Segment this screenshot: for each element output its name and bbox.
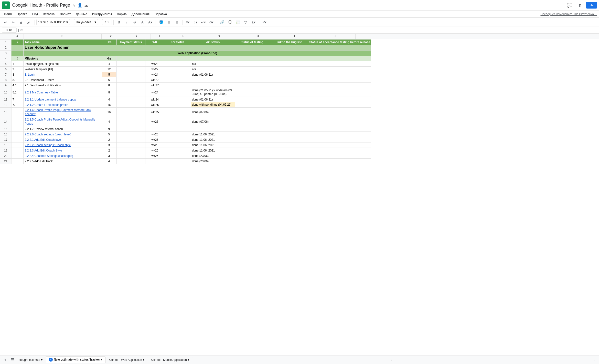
cell-16a[interactable] (11, 132, 24, 137)
cell-14i[interactable] (269, 117, 308, 126)
cell-21i[interactable] (269, 159, 308, 164)
cell-21f[interactable] (164, 159, 191, 164)
col-header-e[interactable]: E (150, 34, 170, 39)
cell-1f[interactable]: For Sofiia (164, 40, 191, 45)
cell-13b[interactable]: 2.2.1.4 Coach Profile Page (Payment Meth… (24, 108, 102, 117)
cell-18j[interactable] (308, 142, 371, 148)
cell-6j[interactable] (308, 67, 371, 72)
functions-btn[interactable]: Σ▾ (250, 19, 257, 26)
cell-reference[interactable]: K10 (2, 28, 17, 33)
cell-6d[interactable] (117, 67, 146, 72)
cell-17a[interactable] (11, 137, 24, 142)
cell-18d[interactable] (117, 142, 146, 148)
cell-2a[interactable] (11, 45, 24, 51)
col-header-j[interactable]: J (314, 34, 356, 39)
cell-17f[interactable] (164, 137, 191, 142)
cell-4h[interactable] (235, 56, 269, 61)
cell-11d[interactable] (117, 97, 146, 102)
cell-8e[interactable]: wk 27 (146, 77, 164, 83)
cell-20d[interactable] (117, 153, 146, 159)
cell-1d[interactable]: Payment status (117, 40, 146, 45)
cell-6f[interactable] (164, 67, 191, 72)
cell-13i[interactable] (269, 108, 308, 117)
cell-19f[interactable] (164, 148, 191, 153)
cell-13g[interactable]: done (07/06) (191, 108, 235, 117)
tab-rought-estimate[interactable]: Rought estimate ▾ (16, 357, 46, 362)
cell-10f[interactable] (164, 88, 191, 97)
cell-7e[interactable]: wk24 (146, 72, 164, 77)
font-size-selector[interactable]: 10 (102, 19, 111, 25)
cell-6e[interactable]: wk22 (146, 67, 164, 72)
cell-11b[interactable]: 2.2.1.1 Update payment balance popup (24, 97, 102, 102)
cell-15h[interactable] (235, 126, 269, 132)
cell-12d[interactable] (117, 102, 146, 108)
cell-9h[interactable] (235, 83, 269, 88)
cell-6i[interactable] (269, 67, 308, 72)
cell-21d[interactable] (117, 159, 146, 164)
font-color-btn[interactable]: A▾ (147, 19, 154, 26)
cell-10a[interactable]: 5.1 (11, 88, 24, 97)
italic-btn[interactable]: I (123, 19, 130, 26)
cell-18b[interactable]: 2.2.2.2 Coach settings: Coach style (24, 142, 102, 148)
underline-btn[interactable]: A (139, 19, 146, 26)
cloud-icon[interactable]: ☁ (84, 3, 88, 8)
cell-9b[interactable]: 2.1 Dashboard - Notification (24, 83, 102, 88)
cell-8j[interactable] (308, 77, 371, 83)
cell-1i[interactable]: Link to the bug list (269, 40, 308, 45)
cell-17h[interactable] (235, 137, 269, 142)
cell-9a[interactable]: 4.1 (11, 83, 24, 88)
cell-18g[interactable]: done 11.06 .2021 (191, 142, 235, 148)
cell-16h[interactable] (235, 132, 269, 137)
tab-kickoff-web[interactable]: Kick-off - Web Application ▾ (106, 357, 148, 362)
cell-11c[interactable]: 4 (102, 97, 117, 102)
strikethrough-btn[interactable]: S (131, 19, 138, 26)
cell-16c[interactable]: 5 (102, 132, 117, 137)
cell-9i[interactable] (269, 83, 308, 88)
cell-8g[interactable] (191, 77, 235, 83)
cell-19a[interactable] (11, 148, 24, 153)
cell-15f[interactable] (164, 126, 191, 132)
col-header-i[interactable]: I (275, 34, 314, 39)
cell-20j[interactable] (308, 153, 371, 159)
align-btn[interactable]: ≡▾ (184, 19, 191, 26)
cell-12g[interactable]: done with pendings (04.06.21) (191, 102, 235, 108)
cell-5b[interactable]: Install (project, plugins etc) (24, 61, 102, 67)
move-btn[interactable]: ⬆ (576, 1, 584, 9)
cell-4f[interactable] (164, 56, 191, 61)
cell-17b[interactable]: 2.2.2.1 Add/Edit Coach lavel (24, 137, 102, 142)
cell-10d[interactable] (117, 88, 146, 97)
cell-9d[interactable] (117, 83, 146, 88)
add-sheet-btn[interactable]: + (2, 356, 9, 362)
cell-5i[interactable] (269, 61, 308, 67)
cell-9e[interactable]: wk 27 (146, 83, 164, 88)
comment-btn[interactable]: 💬 (566, 1, 573, 9)
wrap-btn[interactable]: ↵▾ (200, 19, 207, 26)
cell-11j[interactable] (308, 97, 371, 102)
cell-12c[interactable]: 16 (102, 102, 117, 108)
cell-20g[interactable]: done (23/06) (191, 153, 235, 159)
cell-19j[interactable] (308, 148, 371, 153)
cell-17i[interactable] (269, 137, 308, 142)
menu-insert[interactable]: Вставка (41, 12, 56, 16)
cell-6b[interactable]: Website template (UI) (24, 67, 102, 72)
cell-12f[interactable] (164, 102, 191, 108)
cell-11e[interactable]: wk 24 (146, 97, 164, 102)
cell-4a[interactable]: # (11, 56, 24, 61)
cell-19d[interactable] (117, 148, 146, 153)
cell-4d[interactable] (117, 56, 146, 61)
cell-18h[interactable] (235, 142, 269, 148)
cell-12a[interactable]: 7.1 (11, 102, 24, 108)
cell-8a[interactable]: 3.1 (11, 77, 24, 83)
menu-edit[interactable]: Правка (15, 12, 29, 16)
cell-3b[interactable]: Web Application (Front-End) (24, 51, 371, 56)
cell-7i[interactable] (269, 72, 308, 77)
cell-14f[interactable] (164, 117, 191, 126)
menu-format[interactable]: Формат (58, 12, 73, 16)
cell-16g[interactable]: done 11.06 .2021 (191, 132, 235, 137)
cell-5a[interactable]: 1 (11, 61, 24, 67)
cell-7j[interactable] (308, 72, 371, 77)
cell-5c[interactable]: 4 (102, 61, 117, 67)
cell-5f[interactable] (164, 61, 191, 67)
cell-18c[interactable]: 3 (102, 142, 117, 148)
cell-20h[interactable] (235, 153, 269, 159)
